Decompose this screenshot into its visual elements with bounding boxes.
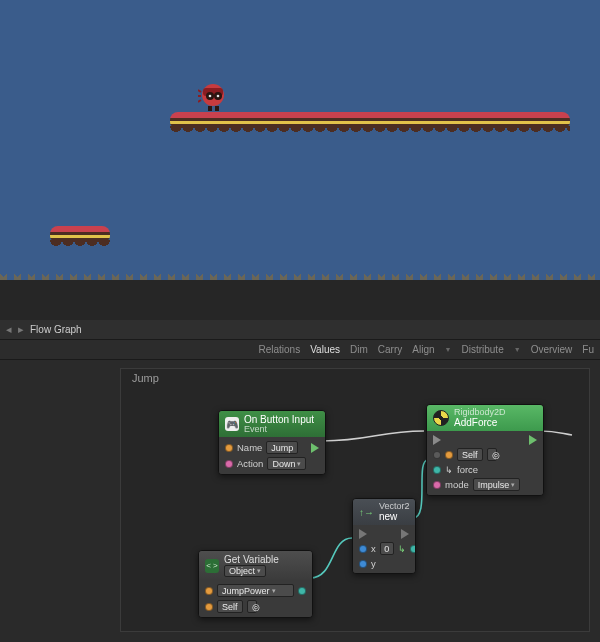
tab-flow-graph[interactable]: Flow Graph [30,324,82,335]
node-subtitle: Rigidbody2D [454,408,506,417]
graph-title: Jump [132,372,159,384]
toolbar-values[interactable]: Values [310,344,340,355]
port-in[interactable] [205,587,213,595]
node-subtitle: Event [244,425,314,434]
node-vector2[interactable]: ↑→ Vector2 new x 0 ↳ [352,498,416,574]
field-label: force [457,464,478,475]
exec-out-port[interactable] [311,443,319,453]
toolbar-overview[interactable]: Overview [531,344,573,355]
svg-point-4 [209,95,212,98]
scope-dropdown[interactable]: Object▾ [224,565,266,577]
node-subtitle: Vector2 [379,502,410,511]
graph-panel: ◂ ▸ Flow Graph Relations Values Dim Carr… [0,320,600,642]
node-title: Get Variable [224,554,279,565]
node-get-variable[interactable]: Get Variable Object▾ JumpPower▾ Self ◎ [198,550,313,618]
field-label: x [371,543,376,554]
target-picker[interactable]: ◎ [487,448,497,461]
chevron-down-icon: ▼ [514,346,521,353]
port-in[interactable] [205,603,213,611]
chevron-down-icon: ▼ [445,346,452,353]
variable-icon [205,559,219,573]
port-x[interactable] [359,545,367,553]
port-in[interactable] [225,460,233,468]
exec-in-port[interactable] [433,435,441,445]
node-header[interactable]: Rigidbody2D AddForce [427,405,543,431]
node-title: AddForce [454,417,497,428]
svg-rect-6 [208,106,212,111]
nav-back-icon[interactable]: ◂ [6,323,12,336]
field-label: Name [237,442,262,453]
ground [0,280,600,320]
panel-toolbar: Relations Values Dim Carry Align ▼ Distr… [0,340,600,360]
node-title: new [379,511,397,522]
gamepad-icon: 🎮 [225,417,239,431]
vector-icon: ↑→ [359,507,374,518]
exec-in-port[interactable] [359,529,367,539]
field-label: mode [445,479,469,490]
port-y[interactable] [359,560,367,568]
game-preview [0,0,600,320]
variable-name-field[interactable]: JumpPower▾ [217,584,294,597]
self-field[interactable]: Self [217,600,243,613]
field-label: Action [237,458,263,469]
port-force[interactable] [433,466,441,474]
toolbar-dim[interactable]: Dim [350,344,368,355]
toolbar-align[interactable]: Align [412,344,434,355]
node-addforce[interactable]: Rigidbody2D AddForce Self ◎ ↳ [426,404,544,496]
port-in[interactable] [225,444,233,452]
panel-tabbar: ◂ ▸ Flow Graph [0,320,600,340]
svg-rect-7 [215,106,219,111]
port-out[interactable] [410,545,416,553]
name-field[interactable]: Jump [266,441,298,454]
spikes [0,266,600,280]
node-on-button-input[interactable]: 🎮 On Button Input Event Name Jump Action… [218,410,326,475]
exec-out-port[interactable] [401,529,409,539]
rigidbody-icon [433,410,449,426]
port-in[interactable] [433,481,441,489]
toolbar-carry[interactable]: Carry [378,344,402,355]
vector-out-icon: ↳ [398,544,406,554]
port-in[interactable] [433,451,441,459]
platform-large [170,112,570,128]
self-field[interactable]: Self [457,448,483,461]
field-label: y [371,558,376,569]
toolbar-fullscreen[interactable]: Fu [582,344,594,355]
nav-fwd-icon[interactable]: ▸ [18,323,24,336]
toolbar-distribute[interactable]: Distribute [461,344,503,355]
node-header[interactable]: ↑→ Vector2 new [353,499,415,525]
port-in[interactable] [445,451,453,459]
x-field[interactable]: 0 [380,542,394,555]
mode-dropdown[interactable]: Impulse▾ [473,478,521,491]
target-picker[interactable]: ◎ [247,600,257,613]
action-dropdown[interactable]: Down▾ [267,457,306,470]
toolbar-relations[interactable]: Relations [258,344,300,355]
exec-out-port[interactable] [529,435,537,445]
graph-canvas[interactable]: Jump 🎮 On Button Input Event [0,360,600,642]
node-header[interactable]: 🎮 On Button Input Event [219,411,325,437]
node-header[interactable]: Get Variable Object▾ [199,551,312,580]
platform-small [50,226,110,242]
svg-point-5 [217,95,220,98]
player-sprite [198,82,228,112]
port-out[interactable] [298,587,306,595]
